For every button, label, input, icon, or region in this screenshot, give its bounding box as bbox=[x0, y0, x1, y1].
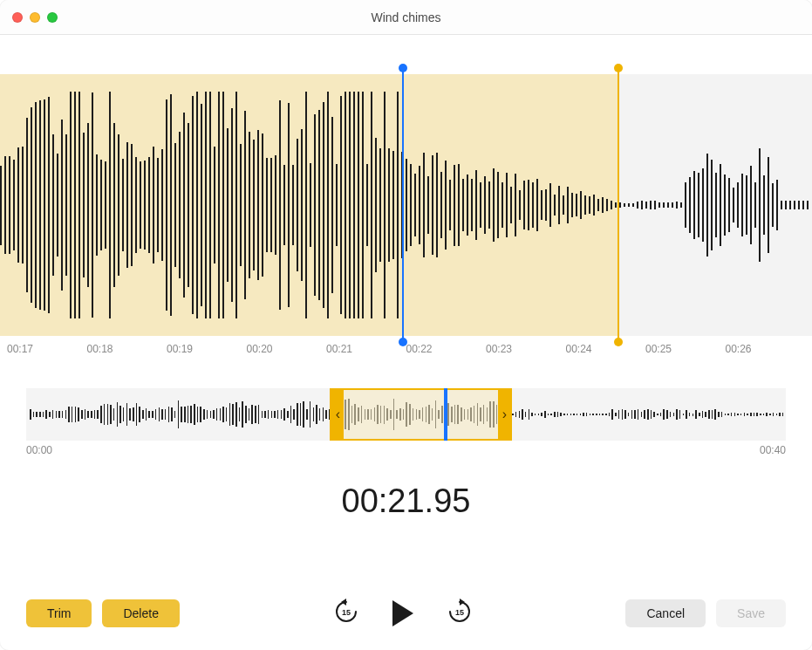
overview-playhead[interactable] bbox=[444, 388, 447, 441]
play-icon bbox=[392, 600, 413, 626]
trim-handle-left[interactable]: ‹ bbox=[331, 390, 344, 439]
play-button[interactable] bbox=[389, 597, 417, 630]
close-window-button[interactable] bbox=[12, 12, 23, 23]
zoom-window-button[interactable] bbox=[47, 12, 58, 23]
bottom-toolbar: Trim Delete 15 15 Cancel Save bbox=[26, 595, 786, 631]
window-title: Wind chimes bbox=[0, 10, 812, 24]
overview-start-time: 00:00 bbox=[26, 444, 52, 456]
trim-selection-box[interactable]: ‹ › bbox=[330, 388, 512, 441]
overview-end-time: 00:40 bbox=[760, 444, 786, 456]
overview-timecodes: 00:00 00:40 bbox=[26, 444, 786, 456]
trim-handle-right[interactable]: › bbox=[498, 390, 510, 439]
cancel-button[interactable]: Cancel bbox=[625, 599, 706, 627]
ruler-label: 00:24 bbox=[566, 343, 646, 362]
svg-marker-0 bbox=[341, 599, 346, 606]
delete-button[interactable]: Delete bbox=[102, 599, 179, 627]
ruler-label: 00:18 bbox=[87, 343, 167, 362]
main-waveform-area[interactable] bbox=[0, 74, 812, 336]
main-waveform[interactable] bbox=[0, 74, 812, 336]
current-time-display: 00:21.95 bbox=[0, 482, 812, 520]
svg-marker-2 bbox=[460, 599, 465, 606]
window-titlebar: Wind chimes bbox=[0, 0, 812, 35]
playhead-marker[interactable] bbox=[402, 69, 404, 341]
ruler-label: 00:17 bbox=[7, 343, 87, 362]
save-button: Save bbox=[716, 599, 786, 627]
ruler-label: 00:19 bbox=[167, 343, 247, 362]
ruler-label: 00:20 bbox=[247, 343, 327, 362]
ruler-label: 00:23 bbox=[486, 343, 566, 362]
minimize-window-button[interactable] bbox=[30, 12, 40, 23]
skip-forward-15-button[interactable]: 15 bbox=[443, 595, 476, 631]
trim-button[interactable]: Trim bbox=[26, 599, 92, 627]
ruler-label: 00:21 bbox=[326, 343, 406, 362]
ruler-label: 00:22 bbox=[406, 343, 487, 362]
skip-forward-icon: 15 bbox=[447, 599, 473, 625]
ruler-label: 00:25 bbox=[645, 343, 726, 362]
svg-text:15: 15 bbox=[342, 608, 351, 617]
svg-text:15: 15 bbox=[455, 608, 464, 617]
traffic-lights bbox=[12, 12, 58, 23]
overview-waveform-area[interactable]: ‹ › bbox=[26, 388, 786, 441]
time-ruler: 00:1700:1800:1900:2000:2100:2200:2300:24… bbox=[0, 336, 812, 362]
trim-end-marker[interactable] bbox=[618, 69, 619, 341]
ruler-label: 00:26 bbox=[726, 343, 806, 362]
skip-back-15-button[interactable]: 15 bbox=[330, 595, 363, 631]
skip-back-icon: 15 bbox=[333, 599, 359, 625]
